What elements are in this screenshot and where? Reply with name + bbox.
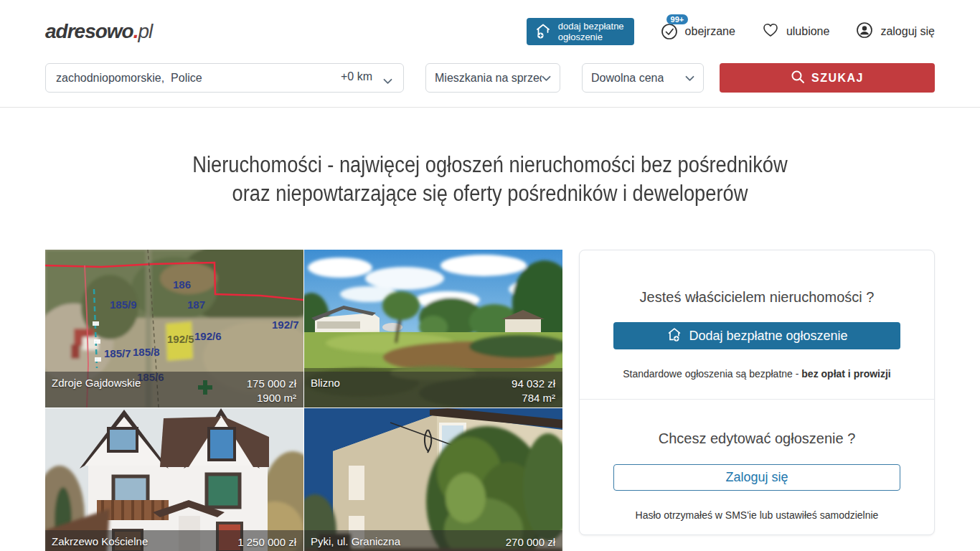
sidebar-divider [580,399,934,400]
header: adresowo.pl dodaj bezpłatne ogłoszenie [45,0,935,63]
logo-brand: adresowo [45,20,133,42]
svg-text:185/7: 185/7 [104,347,131,359]
listing-price: 270 000 zł [506,535,555,550]
svg-text:185/8: 185/8 [133,346,160,358]
chevron-down-icon[interactable] [383,75,392,88]
svg-text:185/9: 185/9 [110,298,137,311]
listing-area: 784 m² [512,391,555,405]
listing-title: Blizno [311,377,340,408]
site-logo[interactable]: adresowo.pl [45,20,152,43]
page-title: Nieruchomości - najwięcej ogłoszeń nieru… [0,151,980,208]
house-plus-icon [534,22,552,42]
check-circle-icon: 99+ [660,22,679,41]
edit-heading: Chcesz edytować ogłoszenie ? [613,430,900,447]
owner-panel: Jesteś właścicielem nieruchomości ? Doda… [579,250,935,535]
listing-title: Zdroje Gajdowskie [52,377,141,408]
listing-price: 94 032 zł [512,377,555,391]
viewed-link[interactable]: 99+ obejrzane [660,22,735,41]
add-listing-sidebar-label: Dodaj bezpłatne ogłoszenie [689,329,847,344]
svg-text:192/5: 192/5 [167,333,194,345]
listing-overlay: Blizno 94 032 zł 784 m² [304,372,562,408]
listing-card[interactable]: Blizno 94 032 zł 784 m² [304,250,562,408]
heart-icon [761,21,780,42]
location-search-box: +0 km [45,63,404,93]
svg-text:186: 186 [173,278,191,291]
search-section: +0 km Mieszkania na sprzeda Dowolna cena [0,63,980,108]
listing-title: Pyki, ul. Graniczna [311,535,400,551]
favorites-link[interactable]: ulubione [761,21,830,42]
viewed-label: obejrzane [685,25,735,38]
radius-value[interactable]: +0 km [341,70,372,83]
listing-overlay: Zakrzewo Kościelne 1 250 000 zł [45,530,303,551]
search-button[interactable]: SZUKAJ [720,63,935,93]
add-listing-label: dodaj bezpłatne ogłoszenie [558,21,624,42]
logo-tld: pl [138,20,152,42]
login-sidebar-label: Zaloguj się [725,470,788,485]
price-select[interactable]: Dowolna cena [582,63,704,93]
listings-grid: 186 187 185/9 192/5 192/6 192/7 185/7 18… [45,250,562,551]
house-plus-icon [666,326,683,347]
category-select[interactable]: Mieszkania na sprzeda [425,63,560,93]
svg-text:192/6: 192/6 [194,330,222,342]
owner-heading: Jesteś właścicielem nieruchomości ? [613,289,900,306]
chevron-down-icon [685,72,694,85]
page-title-line1: Nieruchomości - najwięcej ogłoszeń nieru… [59,151,921,179]
header-actions: dodaj bezpłatne ogłoszenie 99+ obejrzane… [527,18,935,45]
listing-price: 175 000 zł [247,377,296,391]
category-value: Mieszkania na sprzeda [435,72,542,85]
svg-text:192/7: 192/7 [272,319,299,331]
search-button-label: SZUKAJ [811,72,864,85]
price-value: Dowolna cena [591,72,664,85]
favorites-label: ulubione [786,25,830,38]
login-link[interactable]: zaloguj się [855,21,935,42]
listing-card[interactable]: Pyki, ul. Graniczna 270 000 zł [304,408,562,551]
login-button-sidebar[interactable]: Zaloguj się [613,464,900,491]
listing-overlay: Pyki, ul. Graniczna 270 000 zł [304,530,562,551]
main-content: 186 187 185/9 192/5 192/6 192/7 185/7 18… [45,250,935,551]
listing-card[interactable]: Zakrzewo Kościelne 1 250 000 zł [45,408,303,551]
edit-note: Hasło otrzymałeś w SMS'ie lub ustawiłeś … [613,509,900,521]
login-label: zaloguj się [880,25,935,38]
listing-overlay: Zdroje Gajdowskie 175 000 zł 1900 m² [45,372,303,408]
owner-note: Standardowe ogłoszenia są bezpłatne - be… [613,368,900,380]
listing-title: Zakrzewo Kościelne [52,535,148,551]
page-title-line2: oraz niepowtarzające się oferty pośredni… [59,179,921,208]
search-icon [791,70,805,87]
listing-price: 1 250 000 zł [237,535,296,550]
add-listing-button[interactable]: dodaj bezpłatne ogłoszenie [527,18,634,45]
viewed-count-badge: 99+ [666,14,689,24]
user-icon [855,21,874,42]
listing-card[interactable]: 186 187 185/9 192/5 192/6 192/7 185/7 18… [45,250,303,408]
add-listing-button-sidebar[interactable]: Dodaj bezpłatne ogłoszenie [613,322,900,349]
listing-area: 1900 m² [247,391,296,405]
chevron-down-icon [542,72,551,85]
svg-text:187: 187 [187,298,205,311]
